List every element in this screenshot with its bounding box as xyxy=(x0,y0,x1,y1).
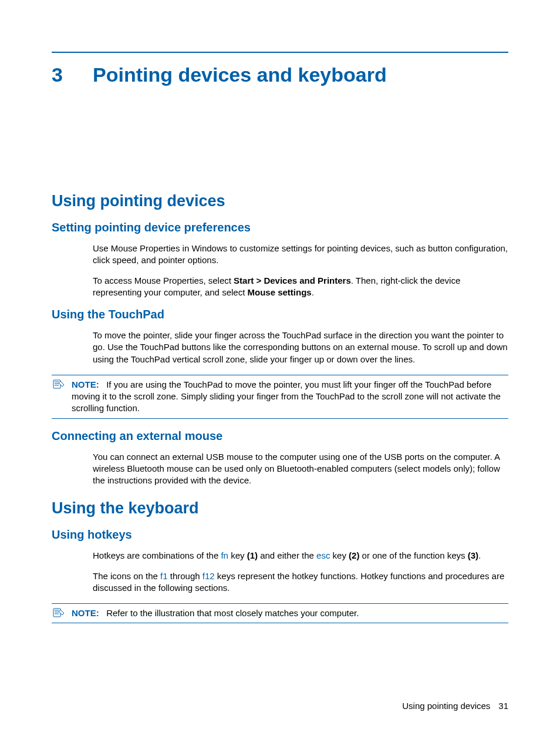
body-text: You can connect an external USB mouse to… xyxy=(93,451,508,487)
subsection-using-hotkeys: Using hotkeys xyxy=(52,528,508,542)
chapter-title: Pointing devices and keyboard xyxy=(93,63,387,86)
chapter-heading: 3 Pointing devices and keyboard xyxy=(52,63,508,86)
paragraph: You can connect an external USB mouse to… xyxy=(93,451,508,487)
section-using-pointing-devices: Using pointing devices xyxy=(52,192,508,210)
note-label: NOTE: xyxy=(72,608,99,618)
paragraph: To move the pointer, slide your finger a… xyxy=(93,330,508,365)
paragraph: Use Mouse Properties in Windows to custo… xyxy=(93,243,508,267)
paragraph: The icons on the f1 through f12 keys rep… xyxy=(93,570,508,594)
body-text: Use Mouse Properties in Windows to custo… xyxy=(93,243,508,298)
section-using-keyboard: Using the keyboard xyxy=(52,499,508,518)
subsection-using-touchpad: Using the TouchPad xyxy=(52,308,508,321)
page-number: 31 xyxy=(498,701,508,711)
subsection-connecting-mouse: Connecting an external mouse xyxy=(52,429,508,443)
note-text: NOTE: If you are using the TouchPad to m… xyxy=(72,379,508,415)
note-text: NOTE: Refer to the illustration that mos… xyxy=(72,607,508,619)
body-text: Hotkeys are combinations of the fn key (… xyxy=(93,550,508,594)
chapter-number: 3 xyxy=(52,63,93,86)
paragraph: Hotkeys are combinations of the fn key (… xyxy=(93,550,508,562)
note-label: NOTE: xyxy=(72,379,99,389)
paragraph: To access Mouse Properties, select Start… xyxy=(93,275,508,299)
footer-section: Using pointing devices xyxy=(402,701,490,711)
note-box: NOTE: Refer to the illustration that mos… xyxy=(52,603,508,623)
svg-rect-4 xyxy=(53,609,60,617)
page-footer: Using pointing devices31 xyxy=(402,701,508,711)
subsection-setting-preferences: Setting pointing device preferences xyxy=(52,221,508,234)
svg-rect-0 xyxy=(53,380,60,388)
note-icon xyxy=(52,607,72,619)
note-icon xyxy=(52,379,72,415)
body-text: To move the pointer, slide your finger a… xyxy=(93,330,508,365)
note-box: NOTE: If you are using the TouchPad to m… xyxy=(52,375,508,419)
top-rule xyxy=(52,52,508,53)
